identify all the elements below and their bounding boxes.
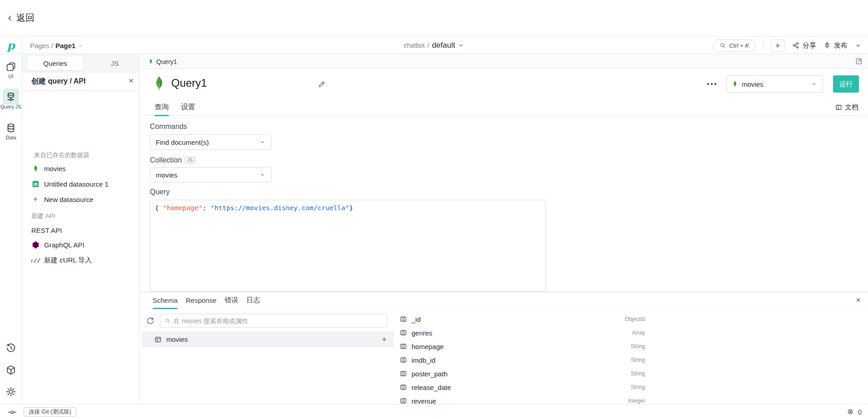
existing-datasources-section-label: 来自已存在的数据源 [34,151,89,159]
tab-query[interactable]: 查询 [154,99,169,116]
commands-select[interactable]: Find document(s) [150,134,272,150]
field-name: revenue [412,397,436,405]
datasource-select[interactable]: movies [726,75,823,93]
share-button[interactable]: 分享 [792,41,816,50]
docs-icon [835,104,842,111]
schema-field-row[interactable]: _id ObjectId [400,312,645,326]
tab-js[interactable]: JS [99,56,131,70]
edit-name-pencil-icon[interactable] [318,80,326,88]
rail-item-settings[interactable] [0,386,22,397]
app-title-separator: / [427,42,429,49]
schema-search [160,314,387,328]
query-name[interactable]: Query1 [171,77,207,89]
field-type: Integer [628,398,645,404]
omnibar-search[interactable]: Ctrl + K [713,39,756,52]
schema-search-input[interactable] [174,317,383,325]
database-network-icon [5,92,16,103]
gear-icon [5,386,16,397]
publish-label: 发布 [834,41,848,50]
tab-schema[interactable]: Schema [153,292,178,309]
schema-field-row[interactable]: homepage String [400,340,645,353]
tab-response[interactable]: Response [186,292,217,309]
schema-field-row[interactable]: poster_path String [400,367,645,380]
code-line: { "homepage": "https://movies.disney.com… [155,204,546,212]
connect-git-button[interactable]: 连接 Git (测试版) [24,407,76,417]
app-name: chatbot [404,42,425,49]
query-label: Query [150,188,170,196]
field-name: poster_path [412,370,447,378]
commands-label: Commands [150,123,187,131]
run-button[interactable]: 运行 [833,75,859,93]
more-actions-icon[interactable] [707,83,716,85]
tab-errors[interactable]: 错误 [225,292,238,309]
share-icon [792,42,799,49]
schema-table-row[interactable]: movies + [142,331,394,347]
breadcrumb-current: Page1 [55,42,75,49]
api-label: REST API [31,227,62,234]
datasource-item-untitled[interactable]: Untitled datasource 1 [31,178,109,189]
chevron-left-icon [6,15,14,22]
back-button[interactable]: 返回 [6,12,35,24]
tab-settings[interactable]: 设置 [181,99,195,116]
rail-item-library[interactable] [0,365,22,375]
sidebar-title-row: 创建 query / API × [22,73,139,91]
api-item-curl[interactable]: :// 新建 cURL 导入 [31,255,92,266]
commands-select-value: Find document(s) [156,138,209,146]
refresh-schema-icon[interactable] [146,317,154,325]
schema-field-row[interactable]: release_date String [400,380,645,394]
rail-item-history[interactable] [0,343,22,354]
schema-field-row[interactable]: imdb_id String [400,353,645,367]
query-editor: Query1 Query1 movies 运行 查询 设置 文档 Comma [139,54,868,404]
header-actions: Ctrl + K 分享 发布 [713,37,862,54]
search-icon [164,318,170,324]
chevron-down-icon[interactable] [458,42,464,49]
field-name: genres [412,329,432,337]
js-badge[interactable]: JS [185,157,195,163]
play-icon [774,42,781,49]
error-count-icon[interactable]: ⊗ [847,408,853,415]
tab-queries[interactable]: Queries [27,56,83,70]
tab-logs[interactable]: 日志 [247,292,260,309]
git-commit-icon [8,408,16,416]
publish-options-chevron-icon[interactable] [855,42,862,49]
chevron-down-icon [259,172,266,178]
open-canvas-icon[interactable] [855,58,863,65]
field-type: String [631,370,645,377]
sidebar-tabs: Queries JS [22,54,139,73]
rail-item-data[interactable]: Data [0,123,22,140]
datasource-label: movies [44,165,66,173]
docs-label: 文档 [845,103,858,112]
close-icon[interactable]: × [129,76,134,85]
datasource-item-movies[interactable]: movies [31,163,66,174]
table-icon [154,336,162,343]
new-datasource-button[interactable]: + New datasource [31,194,93,205]
breadcrumb[interactable]: Pages / Page1 [30,37,84,54]
plus-icon: + [31,195,40,203]
docs-link[interactable]: 文档 [835,99,858,116]
close-icon[interactable]: × [856,296,861,304]
preview-button[interactable] [771,39,785,52]
rail-item-queryjs[interactable]: Query JS [0,92,22,109]
new-api-section-label: 新建 API [31,212,55,220]
collection-select[interactable]: movies [150,167,272,182]
app-logo[interactable]: p [0,37,22,54]
field-type: ObjectId [625,316,645,322]
datasource-select-value: movies [742,80,764,88]
rail-item-ui[interactable]: UI [0,61,22,79]
api-item-rest[interactable]: REST API [31,225,62,236]
query-code-editor[interactable]: { "homepage": "https://movies.disney.com… [150,200,546,292]
sidebar-title: 创建 query / API [31,77,85,86]
top-bar: 返回 [0,0,868,36]
rail-data-label: Data [0,135,22,140]
api-label: 新建 cURL 导入 [44,256,92,265]
environment-name[interactable]: default [432,41,455,50]
chevron-down-icon [78,43,84,49]
add-column-icon[interactable]: + [382,335,387,344]
api-item-graphql[interactable]: GraphQL API [31,239,84,250]
columns-icon [400,397,407,404]
graphql-icon [31,241,40,249]
publish-button[interactable]: 发布 [823,41,848,50]
schema-field-row[interactable]: genres Array [400,326,645,340]
columns-icon [400,329,407,336]
open-query-tab[interactable]: Query1 [149,54,868,69]
